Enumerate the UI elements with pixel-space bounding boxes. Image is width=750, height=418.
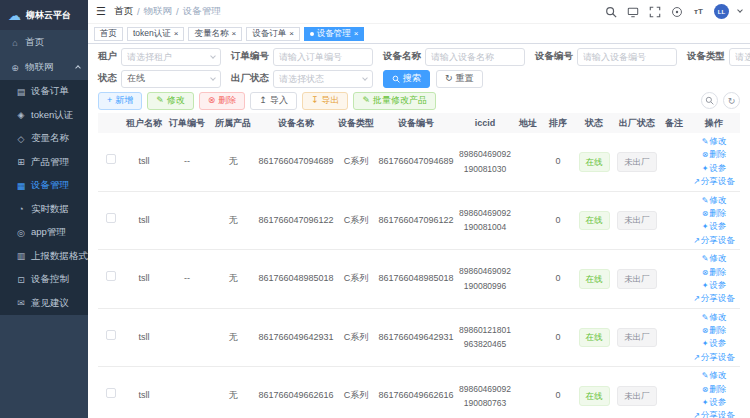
toolbar-button[interactable]: ↥ 导入 (250, 92, 297, 110)
row-checkbox[interactable] (106, 213, 116, 223)
cell-order-no (164, 367, 210, 418)
chevron-down-icon[interactable] (737, 7, 743, 13)
sidebar-submenu-item[interactable]: ▥ 上报数据格式 (0, 245, 88, 269)
toolbar-button[interactable]: ✎ 批量修改产品 (353, 92, 436, 110)
share-device-link[interactable]: ↗分享设备 (690, 409, 738, 418)
monitor-icon[interactable] (626, 5, 639, 18)
submenu-item-icon: ◎ (16, 228, 26, 238)
edit-row-link[interactable]: ✎修改 (690, 369, 738, 382)
toolbar-button[interactable]: ⊗ 删除 (199, 92, 246, 110)
status-select[interactable] (121, 70, 221, 88)
toolbar-button[interactable]: + 新增 (98, 92, 142, 110)
reset-button[interactable]: ↻ 重置 (436, 70, 483, 88)
avatar[interactable]: LL (714, 4, 729, 19)
sidebar-submenu-item[interactable]: ✉ 意见建议 (0, 292, 88, 316)
navbar-actions: ᴛT LL (604, 4, 742, 19)
show-search-toggle-icon[interactable] (701, 92, 718, 109)
tenant-select-input[interactable] (121, 48, 221, 66)
tab-close-icon[interactable]: × (231, 30, 236, 38)
device-no-input[interactable] (577, 48, 677, 66)
cell-device-type: C系列 (336, 308, 376, 367)
device-type-select[interactable] (729, 48, 750, 66)
main-area: ☰ 首页 / 物联网 / 设备管理 (88, 0, 750, 418)
tenant-select[interactable] (121, 48, 221, 66)
cell-device-no: 861766049642931 (376, 308, 456, 367)
sidebar-item-iot[interactable]: ⊕ 物联网 (0, 55, 88, 80)
set-params-link[interactable]: ✦设参 (690, 337, 738, 350)
font-size-icon[interactable]: ᴛT (692, 5, 705, 18)
set-params-link[interactable]: ✦设参 (690, 162, 738, 175)
status-badge: 在线 (579, 269, 610, 288)
edit-row-link[interactable]: ✎修改 (690, 252, 738, 265)
cell-actions: ✎修改 ⊗删除 ✦设参 ↗分享设备 (688, 191, 740, 250)
cell-order-no (164, 191, 210, 250)
edit-row-link[interactable]: ✎修改 (690, 194, 738, 207)
sidebar-submenu-item[interactable]: ⊞ 产品管理 (0, 151, 88, 175)
toolbar-button-label: 新增 (115, 94, 133, 107)
set-params-link[interactable]: ✦设参 (690, 220, 738, 233)
status-select-input[interactable] (121, 70, 221, 88)
tab[interactable]: 首页 × (94, 27, 123, 41)
row-checkbox[interactable] (106, 271, 116, 281)
edit-row-link[interactable]: ✎修改 (690, 311, 738, 324)
toolbar-button-icon: ⊗ (208, 96, 216, 105)
status-badge: 在线 (579, 152, 610, 171)
sidebar-submenu-item[interactable]: ◔ 实时数据 (0, 198, 88, 222)
toolbar-button[interactable]: ↧ 导出 (302, 92, 349, 110)
share-device-link[interactable]: ↗分享设备 (690, 292, 738, 305)
delete-row-link[interactable]: ⊗删除 (690, 148, 738, 161)
sidebar-submenu-item[interactable]: ⊡ 设备控制 (0, 268, 88, 292)
tab-close-icon[interactable]: × (354, 30, 359, 38)
device-type-select-input[interactable] (729, 48, 750, 66)
cell-sort: 0 (542, 250, 574, 309)
factory-status-select[interactable] (273, 70, 373, 88)
tab-close-icon[interactable]: × (174, 30, 179, 38)
set-params-link[interactable]: ✦设参 (690, 396, 738, 409)
status-label: 状态 (98, 72, 117, 85)
device-name-input[interactable] (425, 48, 525, 66)
row-checkbox[interactable] (106, 154, 116, 164)
edit-icon: ✎ (702, 313, 709, 322)
tab[interactable]: 设备管理 × (304, 27, 365, 41)
cell-iccid: 89860469092190081030 (456, 133, 514, 191)
share-device-link[interactable]: ↗分享设备 (690, 234, 738, 247)
row-checkbox[interactable] (106, 330, 116, 340)
sidebar-submenu-item[interactable]: ◎ app管理 (0, 221, 88, 245)
row-checkbox[interactable] (106, 388, 116, 398)
share-device-link[interactable]: ↗分享设备 (690, 175, 738, 188)
cell-address (514, 308, 542, 367)
sidebar-submenu-item[interactable]: ◇ 变量名称 (0, 127, 88, 151)
delete-row-link[interactable]: ⊗删除 (690, 266, 738, 279)
edit-row-link[interactable]: ✎修改 (690, 135, 738, 148)
sidebar-submenu-item[interactable]: ▦ 设备管理 (0, 174, 88, 198)
cell-address (514, 250, 542, 309)
sidebar-item-home[interactable]: ⌂ 首页 (0, 30, 88, 55)
set-params-link[interactable]: ✦设参 (690, 279, 738, 292)
sidebar-submenu-item[interactable]: ◈ token认证 (0, 104, 88, 128)
param-icon: ✦ (702, 398, 709, 407)
share-device-link[interactable]: ↗分享设备 (690, 351, 738, 364)
sidebar-submenu-item[interactable]: ▤ 设备订单 (0, 80, 88, 104)
cell-remark (660, 191, 688, 250)
factory-status-select-input[interactable] (273, 70, 373, 88)
delete-row-link[interactable]: ⊗删除 (690, 324, 738, 337)
refresh-table-icon[interactable]: ↻ (723, 92, 740, 109)
help-icon[interactable] (670, 5, 683, 18)
tab-close-icon[interactable]: × (289, 30, 294, 38)
toolbar-button[interactable]: ✎ 修改 (147, 92, 194, 110)
logo[interactable]: ☁ 柳林云平台 (0, 0, 88, 30)
cell-actions: ✎修改 ⊗删除 ✦设参 ↗分享设备 (688, 367, 740, 418)
breadcrumb-home[interactable]: 首页 (114, 5, 133, 18)
tab[interactable]: 变量名称 × (188, 27, 242, 41)
order-no-input[interactable] (273, 48, 373, 66)
tab[interactable]: token认证 × (127, 27, 184, 41)
search-button[interactable]: 搜索 (383, 70, 430, 88)
tab[interactable]: 设备订单 × (246, 27, 300, 41)
delete-row-link[interactable]: ⊗删除 (690, 383, 738, 396)
delete-row-link[interactable]: ⊗删除 (690, 207, 738, 220)
fullscreen-icon[interactable] (648, 5, 661, 18)
top-navbar: ☰ 首页 / 物联网 / 设备管理 (88, 0, 750, 24)
column-header: 排序 (542, 113, 574, 133)
hamburger-icon[interactable]: ☰ (96, 5, 106, 18)
search-icon[interactable] (604, 5, 617, 18)
